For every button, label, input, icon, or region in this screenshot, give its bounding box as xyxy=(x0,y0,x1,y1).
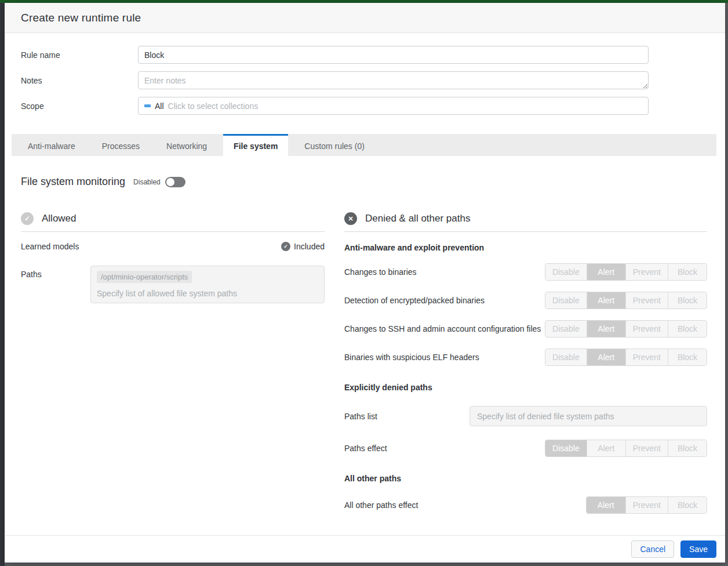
rule-name-input[interactable] xyxy=(138,46,649,64)
dialog-footer: Cancel Save xyxy=(5,535,725,563)
all-other-paths-effect-row: All other paths effect AlertPreventBlock xyxy=(344,496,707,514)
effect-row: Binaries with suspicious ELF headersDisa… xyxy=(344,349,707,366)
allowed-denied-columns: ✓ Allowed Learned models ✓ Included Path… xyxy=(21,212,707,514)
denied-title: Denied & all other paths xyxy=(365,213,470,224)
rule-form: Rule name Notes Scope All Click to selec… xyxy=(5,33,725,122)
collection-tag: All xyxy=(155,101,164,111)
included-check-icon: ✓ xyxy=(281,242,290,251)
allowed-path-chip: /opt/minio-operator/scripts xyxy=(97,271,192,283)
anti-malware-section-heading: Anti-malware and exploit prevention xyxy=(344,243,707,252)
tab-anti-malware[interactable]: Anti-malware xyxy=(17,134,86,156)
notes-label: Notes xyxy=(21,76,138,85)
file-system-tab-content: File system monitoring Disabled ✓ Allowe… xyxy=(5,156,725,535)
effect-option-prevent[interactable]: Prevent xyxy=(625,292,668,309)
effect-segmented-control: DisableAlertPreventBlock xyxy=(545,349,707,366)
dialog-title: Create new runtime rule xyxy=(21,12,141,24)
denied-paths-input[interactable] xyxy=(469,406,707,426)
paths-effect-label: Paths effect xyxy=(344,442,387,454)
tab-networking[interactable]: Networking xyxy=(156,134,217,156)
denied-paths-list-row: Paths list xyxy=(344,406,707,426)
allowed-paths-label: Paths xyxy=(21,266,90,303)
effect-row: Changes to binariesDisableAlertPreventBl… xyxy=(344,263,707,281)
create-runtime-rule-dialog: Create new runtime rule Rule name Notes … xyxy=(5,3,725,563)
denied-header: ✕ Denied & all other paths xyxy=(344,212,707,232)
effect-option-alert[interactable]: Alert xyxy=(587,264,625,280)
learned-models-status: ✓ Included xyxy=(281,242,325,251)
cancel-button[interactable]: Cancel xyxy=(631,540,674,558)
scope-row: Scope All Click to select collections xyxy=(21,97,709,115)
collection-tag-icon xyxy=(144,104,151,107)
rule-name-label: Rule name xyxy=(21,50,138,60)
effect-option-disable[interactable]: Disable xyxy=(545,440,587,456)
allowed-paths-input[interactable]: /opt/minio-operator/scripts Specify list… xyxy=(90,266,325,303)
anti-malware-effect-rows: Changes to binariesDisableAlertPreventBl… xyxy=(344,263,707,366)
effect-option-disable[interactable]: Disable xyxy=(545,321,587,337)
allowed-check-icon: ✓ xyxy=(21,212,34,225)
column-gap xyxy=(325,212,344,514)
allowed-header: ✓ Allowed xyxy=(21,212,325,232)
allowed-paths-row: Paths /opt/minio-operator/scripts Specif… xyxy=(21,266,325,303)
monitoring-toggle-label: Disabled xyxy=(133,178,161,186)
effect-option-block[interactable]: Block xyxy=(668,497,707,513)
denied-x-icon: ✕ xyxy=(344,212,357,225)
file-system-monitoring-row: File system monitoring Disabled xyxy=(21,176,707,188)
effect-option-prevent[interactable]: Prevent xyxy=(625,321,668,337)
effect-row-label: Changes to SSH and admin account configu… xyxy=(344,323,541,335)
paths-effect-row: Paths effect DisableAlertPreventBlock xyxy=(344,440,707,457)
denied-panel: ✕ Denied & all other paths Anti-malware … xyxy=(344,212,707,514)
learned-models-row: Learned models ✓ Included xyxy=(21,242,325,251)
effect-option-prevent[interactable]: Prevent xyxy=(625,264,668,280)
effect-segmented-control: DisableAlertPreventBlock xyxy=(545,292,707,309)
allowed-panel: ✓ Allowed Learned models ✓ Included Path… xyxy=(21,212,325,514)
paths-list-label: Paths list xyxy=(344,412,469,421)
explicitly-denied-heading: Explicitly denied paths xyxy=(344,383,707,392)
learned-models-label: Learned models xyxy=(21,242,79,251)
effect-option-prevent[interactable]: Prevent xyxy=(625,349,668,365)
effect-option-alert[interactable]: Alert xyxy=(587,440,625,456)
tab-custom-rules[interactable]: Custom rules (0) xyxy=(294,134,374,156)
toggle-knob xyxy=(166,178,174,186)
effect-segmented-control: DisableAlertPreventBlock xyxy=(545,263,707,281)
effect-option-alert[interactable]: Alert xyxy=(587,292,625,309)
effect-option-block[interactable]: Block xyxy=(668,349,707,365)
allowed-paths-placeholder: Specify list of allowed file system path… xyxy=(97,289,318,298)
effect-segmented-control: AlertPreventBlock xyxy=(586,496,707,514)
page-backdrop xyxy=(0,3,5,566)
notes-input[interactable] xyxy=(138,71,649,89)
tab-file-system[interactable]: File system xyxy=(223,134,288,156)
scope-collections-input[interactable]: All Click to select collections xyxy=(138,97,649,115)
included-label: Included xyxy=(294,242,325,251)
effect-option-block[interactable]: Block xyxy=(668,321,707,337)
scope-label: Scope xyxy=(21,101,138,111)
effect-segmented-control: DisableAlertPreventBlock xyxy=(545,440,707,457)
tab-processes[interactable]: Processes xyxy=(92,134,150,156)
effect-row-label: Detection of encrypted/packed binaries xyxy=(344,295,485,306)
effect-option-disable[interactable]: Disable xyxy=(545,292,587,309)
effect-option-prevent[interactable]: Prevent xyxy=(625,497,668,513)
effect-option-block[interactable]: Block xyxy=(668,292,707,309)
dialog-header: Create new runtime rule xyxy=(5,3,725,33)
tab-bar: Anti-malwareProcessesNetworkingFile syst… xyxy=(12,134,716,156)
effect-row: Changes to SSH and admin account configu… xyxy=(344,320,707,338)
notes-row: Notes xyxy=(21,71,709,89)
scope-placeholder: Click to select collections xyxy=(168,101,259,111)
effect-segmented-control: DisableAlertPreventBlock xyxy=(545,320,707,338)
effect-option-alert[interactable]: Alert xyxy=(587,349,625,365)
all-other-paths-effect-label: All other paths effect xyxy=(344,499,418,511)
effect-option-disable[interactable]: Disable xyxy=(545,349,587,365)
effect-option-alert[interactable]: Alert xyxy=(587,497,625,513)
all-other-paths-heading: All other paths xyxy=(344,474,707,483)
monitoring-toggle[interactable] xyxy=(165,177,185,187)
effect-option-alert[interactable]: Alert xyxy=(587,321,625,337)
effect-option-prevent[interactable]: Prevent xyxy=(625,440,668,456)
effect-option-block[interactable]: Block xyxy=(668,264,707,280)
effect-option-block[interactable]: Block xyxy=(668,440,707,456)
effect-row-label: Binaries with suspicious ELF headers xyxy=(344,351,479,363)
rule-name-row: Rule name xyxy=(21,46,709,64)
effect-row: Detection of encrypted/packed binariesDi… xyxy=(344,292,707,309)
file-system-monitoring-heading: File system monitoring xyxy=(21,176,125,188)
effect-row-label: Changes to binaries xyxy=(344,266,417,278)
save-button[interactable]: Save xyxy=(680,540,716,558)
allowed-title: Allowed xyxy=(42,213,77,224)
effect-option-disable[interactable]: Disable xyxy=(545,264,587,280)
